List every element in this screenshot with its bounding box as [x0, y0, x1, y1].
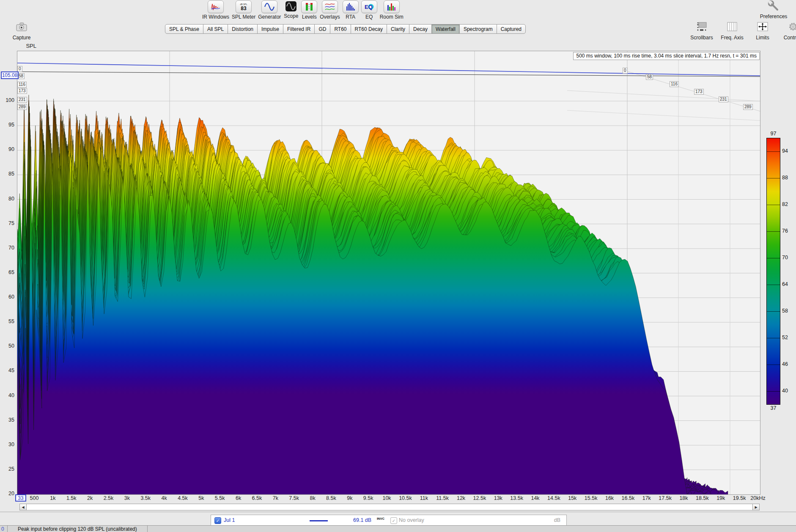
tab-filtered-ir[interactable]: Filtered IR	[283, 24, 315, 34]
view-tools: ScrollbarsFreq. AxisLimitsControls	[689, 21, 796, 41]
x-tick-label: 10.5k	[399, 495, 412, 501]
preferences-label: Preferences	[755, 14, 792, 19]
y-tick-label: 70	[0, 245, 14, 251]
time-label-right: 58	[646, 74, 653, 80]
colorbar-min-label: 37	[766, 405, 780, 411]
y-axis-title: SPL	[13, 43, 36, 49]
toolbar-item-eq[interactable]: EQEQ	[361, 0, 377, 20]
colorbar-tick-label: 40	[782, 388, 788, 394]
overlay-checkbox[interactable]: ✓	[390, 517, 397, 524]
colorbar-segment-line	[767, 151, 780, 152]
toolbar-item-overlays[interactable]: Overlays	[320, 0, 340, 20]
toolbar-item-ir-windows[interactable]: IR Windows	[202, 0, 229, 20]
colorbar-tick-label: 58	[782, 308, 788, 314]
view-tool-controls[interactable]: Controls	[780, 21, 796, 41]
time-label-right: 289	[743, 104, 753, 110]
colorbar-segment-line	[767, 391, 780, 392]
waterfall-plot-area[interactable]: 500 ms window, 100 ms rise time, 3.04 ms…	[17, 51, 760, 495]
x-tick-label: 4k	[161, 495, 167, 501]
tab-spl-phase[interactable]: SPL & Phase	[165, 24, 203, 34]
svg-text:83: 83	[241, 5, 247, 11]
y-tick-label: 35	[0, 417, 14, 423]
tab-spectrogram[interactable]: Spectrogram	[459, 24, 497, 34]
tab-rt60-decay[interactable]: RT60 Decay	[351, 24, 387, 34]
room-sim-icon	[384, 0, 400, 13]
tab-gd[interactable]: GD	[314, 24, 330, 34]
x-tick-label: 13.5k	[510, 495, 523, 501]
colorbar-segment-line	[767, 338, 780, 338]
measurement-name: Jul 1	[224, 517, 235, 523]
x-tick-label: 19.5k	[733, 495, 746, 501]
scrollbar-track[interactable]	[27, 504, 752, 510]
colorbar-tick-label: 52	[782, 335, 788, 340]
x-tick-label: 17k	[642, 495, 651, 501]
y-tick-label: 65	[0, 269, 14, 275]
tab-distortion[interactable]: Distortion	[228, 24, 258, 34]
toolbar-item-label: SPL Meter	[232, 14, 255, 20]
y-tick-label: 75	[0, 220, 14, 226]
measurement-level: 69.1 dB	[353, 517, 371, 523]
view-tool-label: Freq. Axis	[721, 35, 743, 41]
toolbar-item-label: IR Windows	[202, 14, 229, 20]
toolbar-item-label: RTA	[346, 14, 355, 20]
toolbar-item-room-sim[interactable]: Room Sim	[380, 0, 403, 20]
status-bar: 0 Peak input before clipping 120 dB SPL …	[0, 525, 796, 532]
x-tick-label: 5k	[198, 495, 204, 501]
levels-icon: 369	[301, 0, 317, 13]
controls-icon	[787, 21, 796, 34]
colorbar-tick-label: 64	[782, 281, 788, 287]
time-label-left: 231	[17, 97, 27, 103]
tab-decay[interactable]: Decay	[409, 24, 432, 34]
toolbar-item-label: Levels	[302, 14, 317, 20]
view-tool-scrollbars[interactable]: Scrollbars	[689, 21, 715, 41]
toolbar-item-levels[interactable]: 369Levels	[301, 0, 317, 20]
limits-icon	[756, 21, 769, 34]
y-tick-label: 30	[0, 442, 14, 447]
toolbar-item-spl-meter[interactable]: dB SPL83SPL Meter	[232, 0, 255, 20]
ir-windows-icon	[208, 0, 224, 13]
x-tick-label: 14.5k	[547, 495, 560, 501]
view-tool-freq-axis[interactable]: Freq. Axis	[719, 21, 745, 41]
waterfall-surface[interactable]	[17, 51, 760, 494]
toolbar-item-generator[interactable]: Generator	[258, 0, 281, 20]
view-tool-limits[interactable]: Limits	[749, 21, 776, 41]
x-tick-label: 13k	[494, 495, 502, 501]
toolbar-item-scope[interactable]: Scope	[283, 0, 299, 20]
time-label-right: 0	[623, 68, 628, 74]
svg-text:9: 9	[309, 8, 310, 10]
status-divider	[147, 526, 148, 532]
x-tick-label: 2k	[87, 495, 93, 501]
time-label-left: 173	[17, 88, 27, 94]
tab-rt60[interactable]: RT60	[330, 24, 351, 34]
toolbar-item-label: Room Sim	[380, 14, 403, 20]
time-label-right: 231	[719, 96, 728, 102]
waterfall-info-text: 500 ms window, 100 ms rise time, 3.04 ms…	[573, 52, 760, 60]
colorbar	[766, 138, 780, 405]
colorbar-tick-label: 70	[782, 255, 788, 261]
horizontal-scrollbar[interactable]: ◀ ▶	[19, 504, 760, 510]
y-tick-label: 100	[0, 97, 14, 103]
time-label-left: 116	[17, 82, 27, 88]
tab-waterfall[interactable]: Waterfall	[431, 24, 460, 34]
tab-all-spl[interactable]: All SPL	[203, 24, 228, 34]
colorbar-segment-line	[767, 365, 780, 365]
colorbar-max-label: 97	[766, 131, 780, 137]
x-tick-label: 9.5k	[363, 495, 373, 501]
overlays-icon	[322, 0, 338, 13]
scroll-left-button[interactable]: ◀	[19, 504, 27, 510]
measurement-checkbox[interactable]: ✓	[214, 517, 221, 524]
graph-tab-bar: SPL & PhaseAll SPLDistortionImpulseFilte…	[165, 24, 526, 34]
tab-impulse[interactable]: Impulse	[257, 24, 283, 34]
rta-icon	[343, 0, 359, 13]
scope-icon	[283, 0, 299, 12]
preferences-button[interactable]: Preferences	[755, 0, 792, 19]
x-tick-label: 15k	[568, 495, 576, 501]
capture-button[interactable]: Capture	[8, 21, 36, 41]
tab-clarity[interactable]: Clarity	[387, 24, 409, 34]
colorbar-segment-line	[767, 231, 780, 232]
measurement-legend[interactable]: ✓ Jul 1 69.1 dB INVC ✓ No overlay dB	[211, 515, 567, 526]
scroll-right-button[interactable]: ▶	[752, 504, 760, 510]
toolbar-item-rta[interactable]: RTA	[343, 0, 359, 20]
freq-cursor-readout: 33	[15, 494, 26, 502]
tab-captured[interactable]: Captured	[497, 24, 526, 34]
